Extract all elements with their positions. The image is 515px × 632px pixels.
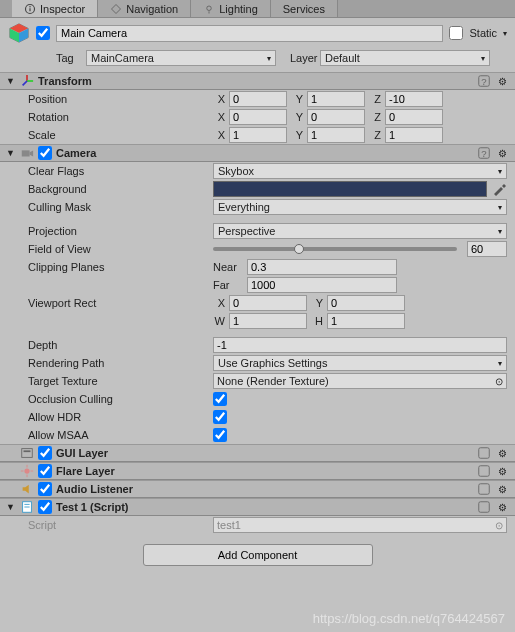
navigation-icon (110, 3, 122, 15)
svg-marker-15 (30, 150, 34, 156)
gameobject-icon[interactable] (8, 22, 30, 44)
position-x-input[interactable] (229, 91, 287, 107)
audio-listener-enable-checkbox[interactable] (38, 482, 52, 496)
viewport-w-input[interactable] (229, 313, 307, 329)
clear-flags-dropdown[interactable]: Skybox (213, 163, 507, 179)
tag-dropdown[interactable]: MainCamera (86, 50, 276, 66)
scale-y-input[interactable] (307, 127, 365, 143)
rotation-label: Rotation (28, 111, 213, 123)
rendering-path-label: Rendering Path (28, 357, 213, 369)
static-checkbox[interactable] (449, 26, 463, 40)
svg-rect-19 (24, 450, 31, 452)
rotation-y-input[interactable] (307, 109, 365, 125)
fov-slider[interactable] (213, 241, 457, 257)
eyedropper-icon[interactable] (491, 181, 507, 197)
flare-layer-title: Flare Layer (56, 465, 473, 477)
active-checkbox[interactable] (36, 26, 50, 40)
help-icon[interactable] (477, 500, 491, 514)
background-label: Background (28, 183, 213, 195)
foldout-icon[interactable]: ▼ (6, 148, 16, 158)
test-script-enable-checkbox[interactable] (38, 500, 52, 514)
viewport-x-input[interactable] (229, 295, 307, 311)
tab-services[interactable]: Services (271, 0, 338, 17)
svg-line-11 (23, 81, 27, 85)
test-script-header[interactable]: ▼ Test 1 (Script) ⚙ (0, 498, 515, 516)
axis-y: Y (291, 93, 303, 105)
tab-navigation[interactable]: Navigation (98, 0, 191, 17)
axis-z: Z (369, 93, 381, 105)
scale-x-input[interactable] (229, 127, 287, 143)
svg-rect-20 (479, 448, 490, 459)
help-icon[interactable] (477, 446, 491, 460)
position-y-input[interactable] (307, 91, 365, 107)
transform-header[interactable]: ▼ Transform ? ⚙ (0, 72, 515, 90)
add-component-button[interactable]: Add Component (143, 544, 373, 566)
rotation-z-input[interactable] (385, 109, 443, 125)
help-icon[interactable]: ? (477, 146, 491, 160)
scale-label: Scale (28, 129, 213, 141)
static-dropdown-icon[interactable]: ▾ (503, 29, 507, 38)
allow-msaa-checkbox[interactable] (213, 428, 227, 442)
depth-input[interactable] (213, 337, 507, 353)
rendering-path-dropdown[interactable]: Use Graphics Settings (213, 355, 507, 371)
depth-label: Depth (28, 339, 213, 351)
tab-inspector[interactable]: Inspector (12, 0, 98, 17)
far-input[interactable] (247, 277, 397, 293)
near-label: Near (213, 261, 243, 273)
layer-label: Layer (290, 52, 314, 64)
occlusion-culling-label: Occlusion Culling (28, 393, 213, 405)
flare-layer-icon (20, 464, 34, 478)
camera-title: Camera (56, 147, 473, 159)
gear-icon[interactable]: ⚙ (495, 74, 509, 88)
background-color-field[interactable] (213, 181, 487, 197)
target-texture-field[interactable]: None (Render Texture) (213, 373, 507, 389)
script-icon (20, 500, 34, 514)
gui-layer-header[interactable]: ▼ GUI Layer ⚙ (0, 444, 515, 462)
fov-input[interactable] (467, 241, 507, 257)
viewport-h-input[interactable] (327, 313, 405, 329)
viewport-label: Viewport Rect (28, 297, 213, 309)
layer-dropdown[interactable]: Default (320, 50, 490, 66)
camera-header[interactable]: ▼ Camera ? ⚙ (0, 144, 515, 162)
svg-rect-27 (479, 484, 490, 495)
svg-rect-14 (22, 150, 30, 156)
viewport-y-input[interactable] (327, 295, 405, 311)
tab-label: Navigation (126, 3, 178, 15)
gear-icon[interactable]: ⚙ (495, 482, 509, 496)
flare-layer-enable-checkbox[interactable] (38, 464, 52, 478)
gui-layer-enable-checkbox[interactable] (38, 446, 52, 460)
culling-mask-dropdown[interactable]: Everything (213, 199, 507, 215)
flare-layer-header[interactable]: ▼ Flare Layer ⚙ (0, 462, 515, 480)
svg-point-2 (29, 6, 31, 8)
allow-hdr-label: Allow HDR (28, 411, 213, 423)
help-icon[interactable] (477, 482, 491, 496)
gear-icon[interactable]: ⚙ (495, 146, 509, 160)
camera-icon (20, 146, 34, 160)
gameobject-name-input[interactable] (56, 25, 443, 42)
foldout-icon[interactable]: ▼ (6, 502, 16, 512)
rotation-x-input[interactable] (229, 109, 287, 125)
scale-z-input[interactable] (385, 127, 443, 143)
help-icon[interactable] (477, 464, 491, 478)
svg-point-21 (24, 468, 29, 473)
projection-dropdown[interactable]: Perspective (213, 223, 507, 239)
occlusion-culling-checkbox[interactable] (213, 392, 227, 406)
help-icon[interactable]: ? (477, 74, 491, 88)
allow-hdr-checkbox[interactable] (213, 410, 227, 424)
gear-icon[interactable]: ⚙ (495, 464, 509, 478)
audio-listener-header[interactable]: ▼ Audio Listener ⚙ (0, 480, 515, 498)
test-script-title: Test 1 (Script) (56, 501, 473, 513)
svg-rect-26 (479, 466, 490, 477)
gear-icon[interactable]: ⚙ (495, 446, 509, 460)
foldout-icon[interactable]: ▼ (6, 76, 16, 86)
tab-lighting[interactable]: Lighting (191, 0, 271, 17)
transform-title: Transform (38, 75, 473, 87)
info-icon (24, 3, 36, 15)
near-input[interactable] (247, 259, 397, 275)
position-z-input[interactable] (385, 91, 443, 107)
far-label: Far (213, 279, 243, 291)
clear-flags-label: Clear Flags (28, 165, 213, 177)
fov-label: Field of View (28, 243, 213, 255)
camera-enable-checkbox[interactable] (38, 146, 52, 160)
gear-icon[interactable]: ⚙ (495, 500, 509, 514)
